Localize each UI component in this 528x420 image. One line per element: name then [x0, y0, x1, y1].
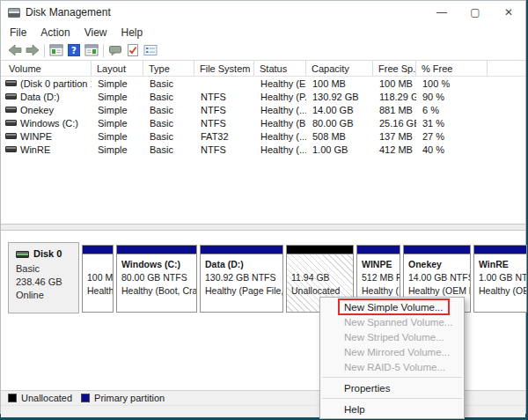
partition-title: WINPE — [362, 258, 400, 271]
back-icon[interactable] — [6, 42, 24, 58]
capacity-cell: 100 MB — [306, 77, 373, 90]
layout-cell: Simple — [92, 77, 143, 90]
partition-block[interactable]: 100 MHealth — [82, 245, 114, 313]
partition-header-bar — [404, 246, 470, 254]
partition-size: 80.00 GB NTFS — [121, 271, 196, 284]
console-tree-icon[interactable] — [83, 42, 100, 58]
disk-icon — [16, 251, 29, 258]
pct-free-cell: 6 % — [416, 103, 488, 116]
column-header-volume[interactable]: Volume — [1, 61, 92, 76]
title-bar: Disk Management — ▢ ✕ — [1, 1, 525, 24]
forward-icon[interactable] — [24, 42, 41, 58]
partition-status: Healthy (OE — [479, 284, 526, 298]
status-cell: Healthy (B... — [254, 116, 306, 129]
console-window-icon[interactable] — [48, 42, 65, 58]
free-space-cell: 25.16 GB — [373, 116, 416, 129]
column-header-blank — [488, 61, 525, 76]
volume-row[interactable]: OnekeySimpleBasicNTFSHealthy (...14.00 G… — [1, 103, 525, 116]
status-cell: Healthy (... — [254, 103, 306, 116]
column-header-file-system[interactable]: File System — [194, 61, 254, 76]
volume-icon — [5, 146, 17, 152]
partition-label: WinRE1.00 GB NTHealthy (OE — [474, 254, 526, 312]
partition-block[interactable]: WinRE1.00 GB NTHealthy (OE — [473, 245, 527, 313]
type-cell: Basic — [143, 90, 194, 103]
volume-row[interactable]: Data (D:)SimpleBasicNTFSHealthy (P...130… — [1, 90, 525, 103]
layout-cell: Simple — [92, 116, 143, 129]
volume-row[interactable]: WinRESimpleBasicNTFSHealthy (...1.00 GB4… — [1, 143, 525, 156]
close-button[interactable]: ✕ — [492, 1, 525, 24]
help-icon[interactable]: ? — [65, 42, 83, 58]
partition-block[interactable]: Windows (C:)80.00 GB NTFSHealthy (Boot, … — [116, 245, 197, 313]
volume-row[interactable]: Windows (C:)SimpleBasicNTFSHealthy (B...… — [1, 116, 525, 129]
menu-item-new-raid-5-volume: New RAID-5 Volume... — [320, 359, 464, 374]
menu-view[interactable]: View — [77, 26, 114, 39]
column-header-type[interactable]: Type — [143, 61, 194, 76]
pct-free-cell: 27 % — [416, 129, 488, 143]
disk-type: Basic — [16, 262, 78, 276]
layout-cell: Simple — [92, 143, 143, 156]
maximize-button[interactable]: ▢ — [458, 1, 492, 24]
blank-cell — [488, 129, 525, 143]
partition-block[interactable]: Data (D:)130.92 GB NTFSHealthy (Page Fil… — [200, 245, 283, 313]
menu-action[interactable]: Action — [33, 26, 77, 39]
menu-separator — [322, 377, 462, 378]
partition-size: 100 M — [87, 271, 113, 284]
menu-separator — [322, 398, 462, 399]
disk-status: Online — [16, 289, 78, 302]
volume-name: Onekey — [20, 105, 54, 115]
menu-item-properties[interactable]: Properties — [320, 380, 464, 395]
pane-splitter[interactable] — [1, 224, 525, 231]
menu-file[interactable]: File — [3, 26, 33, 39]
disk-name: Disk 0 — [33, 247, 62, 261]
volume-row[interactable]: (Disk 0 partition 1)SimpleBasicHealthy (… — [1, 77, 525, 90]
partition-status: Healthy (Boot, Crash — [121, 284, 196, 298]
column-header-capacity[interactable]: Capacity — [306, 61, 373, 76]
popup-help-icon[interactable] — [106, 42, 124, 58]
properties-icon[interactable] — [142, 42, 159, 58]
partition-title: Onekey — [408, 258, 470, 271]
free-space-cell: 881 MB — [373, 103, 416, 116]
menu-item-new-spanned-volume: New Spanned Volume... — [320, 314, 464, 329]
column-header-layout[interactable]: Layout — [92, 61, 143, 76]
toolbar-separator — [44, 44, 45, 57]
free-space-cell: 118.29 GB — [373, 90, 416, 103]
column-header-status[interactable]: Status — [254, 61, 306, 76]
blank-cell — [488, 103, 525, 116]
menu-item-help[interactable]: Help — [320, 402, 464, 416]
volume-table-body: (Disk 0 partition 1)SimpleBasicHealthy (… — [1, 77, 525, 156]
partition-header-bar — [117, 246, 196, 254]
menu-item-new-striped-volume: New Striped Volume... — [320, 329, 464, 344]
menu-help[interactable]: Help — [114, 26, 150, 39]
column-header-free-sp[interactable]: Free Sp... — [373, 61, 416, 76]
volume-icon — [5, 120, 17, 126]
partition-status: Unallocated — [291, 284, 353, 298]
volume-name: WINPE — [20, 131, 52, 142]
legend-item: Primary partition — [81, 393, 165, 403]
disk-0-panel[interactable]: Disk 0 Basic 238.46 GB Online — [8, 242, 79, 313]
legend-label: Primary partition — [94, 393, 165, 403]
file-system-cell: NTFS — [194, 143, 254, 156]
menu-bar: FileActionViewHelp — [1, 24, 525, 41]
partition-header-bar — [83, 246, 113, 254]
partition-header-bar — [474, 246, 526, 254]
volume-row[interactable]: WINPESimpleBasicFAT32Healthy (...508 MB1… — [1, 129, 525, 143]
blank-cell — [488, 77, 525, 90]
capacity-cell: 14.00 GB — [306, 103, 373, 116]
partition-size: 512 MB F — [362, 271, 400, 284]
capacity-cell: 80.00 GB — [306, 116, 373, 129]
volume-icon — [5, 107, 17, 113]
check-list-icon[interactable] — [124, 42, 142, 58]
free-space-cell: 137 MB — [373, 129, 416, 143]
menu-item-new-simple-volume[interactable]: New Simple Volume... — [320, 299, 464, 314]
context-menu: New Simple Volume...New Spanned Volume..… — [319, 297, 465, 419]
disk-size: 238.46 GB — [16, 276, 78, 289]
blank-cell — [488, 143, 525, 156]
partition-size: 130.92 GB NTFS — [205, 271, 282, 284]
toolbar: ? — [1, 41, 525, 61]
partition-status: Healthy (OEM P. — [408, 284, 470, 298]
minimize-button[interactable]: — — [425, 1, 458, 24]
volume-icon — [5, 93, 17, 99]
column-header-free[interactable]: % Free — [416, 61, 488, 76]
app-icon — [8, 8, 20, 18]
pct-free-cell: 90 % — [416, 90, 488, 103]
